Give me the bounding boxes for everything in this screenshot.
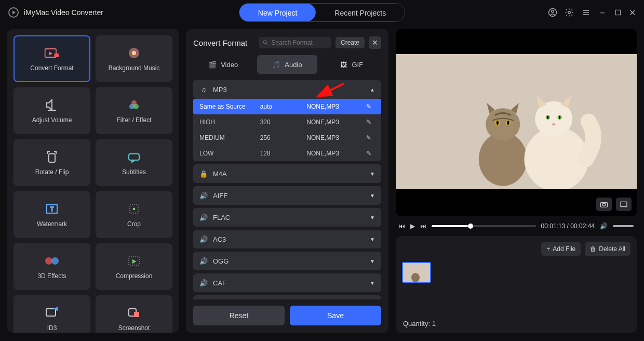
video-preview: [396, 29, 637, 216]
sidebar-item-label: Convert Format: [30, 64, 73, 72]
titlebar: iMyMac Video Converter New Project Recen…: [0, 0, 644, 25]
volume-icon[interactable]: 🔊: [600, 222, 608, 230]
video-file-icon: 🎬: [208, 60, 217, 69]
sidebar-item-3d-effects[interactable]: 3D Effects: [14, 243, 90, 290]
rotate-icon: [44, 150, 60, 164]
svg-point-23: [51, 257, 59, 265]
chevron-down-icon: ▼: [370, 171, 375, 177]
format-group-au[interactable]: 🔊AU▼: [193, 295, 381, 299]
next-button[interactable]: ⏭: [420, 222, 426, 230]
create-button[interactable]: Create: [336, 37, 365, 48]
app-logo-icon: [8, 7, 19, 18]
sidebar-item-label: Rotate / Flip: [35, 168, 69, 176]
app-title: iMyMac Video Converter: [24, 8, 103, 17]
convert-format-panel: Convert Format Create ✕ 🎬 Video 🎵 Audio …: [186, 29, 388, 333]
music-note-icon: ♫: [199, 85, 208, 94]
trash-icon: 🗑: [590, 245, 596, 253]
format-group-mp3[interactable]: ♫ MP3 ▲: [193, 80, 381, 99]
gear-icon[interactable]: [565, 8, 574, 17]
time-display: 00:01:13 / 00:02:44: [541, 222, 595, 230]
edit-preset-icon[interactable]: ✎: [363, 119, 375, 126]
sidebar-item-label: Watermark: [37, 220, 67, 228]
svg-point-45: [559, 116, 560, 119]
preset-row-medium[interactable]: MEDIUM 256 NONE,MP3 ✎: [193, 130, 381, 146]
svg-point-34: [479, 133, 527, 186]
format-group-ac3[interactable]: 🔊AC3▼: [193, 230, 381, 248]
sidebar-item-adjust-volume[interactable]: Adjust Volume: [14, 87, 90, 134]
new-project-tab[interactable]: New Project: [239, 4, 316, 21]
fullscreen-button[interactable]: [616, 198, 632, 211]
sidebar-item-id3[interactable]: ID3: [14, 295, 90, 333]
close-icon[interactable]: ✕: [629, 8, 636, 18]
volume-icon: [44, 98, 60, 112]
svg-rect-17: [129, 154, 139, 160]
sidebar-item-background-music[interactable]: Background Music: [96, 35, 172, 82]
titlebar-right-icons: － ✕: [548, 6, 636, 19]
audio-icon: 🔊: [199, 191, 208, 200]
delete-all-button[interactable]: 🗑Delete All: [585, 242, 630, 256]
sidebar-item-convert-format[interactable]: Convert Format: [14, 35, 90, 82]
maximize-icon[interactable]: [614, 9, 622, 16]
search-format-box[interactable]: [259, 37, 331, 48]
player-controls: ⏮ ▶ ⏭ 00:01:13 / 00:02:44 🔊: [396, 222, 637, 230]
panel-close-button[interactable]: ✕: [369, 36, 381, 49]
sidebar-item-filter-effect[interactable]: Filter / Effect: [96, 87, 172, 134]
format-group-aiff[interactable]: 🔊AIFF▼: [193, 186, 381, 205]
panel-title: Convert Format: [193, 38, 247, 47]
subtitles-icon: [126, 150, 142, 164]
video-frame: [396, 54, 637, 189]
reset-button[interactable]: Reset: [193, 306, 285, 325]
sidebar-item-crop[interactable]: Crop: [96, 191, 172, 238]
audio-icon: 🔊: [199, 213, 208, 221]
svg-rect-49: [621, 202, 627, 206]
svg-rect-16: [49, 154, 55, 162]
recent-projects-tab[interactable]: Recent Projects: [316, 4, 405, 21]
audio-icon: 🔊: [199, 257, 208, 265]
lock-icon: 🔒: [199, 169, 208, 178]
format-group-ogg[interactable]: 🔊OGG▼: [193, 252, 381, 270]
svg-rect-9: [54, 54, 59, 57]
sidebar-item-subtitles[interactable]: Subtitles: [96, 139, 172, 186]
plus-icon: +: [546, 245, 550, 253]
seek-bar[interactable]: [432, 225, 536, 227]
tab-audio[interactable]: 🎵 Audio: [257, 55, 317, 74]
filter-icon: [126, 98, 142, 112]
search-input[interactable]: [271, 39, 327, 46]
minimize-icon[interactable]: －: [598, 6, 607, 19]
svg-rect-6: [615, 10, 620, 15]
format-group-caf[interactable]: 🔊CAF▼: [193, 273, 381, 292]
preset-row-low[interactable]: LOW 128 NONE,MP3 ✎: [193, 146, 381, 161]
menu-icon[interactable]: [581, 8, 591, 17]
edit-preset-icon[interactable]: ✎: [363, 103, 375, 110]
svg-point-29: [263, 41, 266, 44]
volume-slider[interactable]: [613, 225, 634, 227]
save-button[interactable]: Save: [290, 306, 381, 325]
svg-point-1: [552, 10, 554, 13]
format-group-flac[interactable]: 🔊FLAC▼: [193, 208, 381, 227]
prev-button[interactable]: ⏮: [399, 222, 405, 230]
preset-row-same-as-source[interactable]: Same as Source auto NONE,MP3 ✎: [193, 99, 381, 114]
svg-point-15: [133, 104, 139, 109]
tab-video[interactable]: 🎬 Video: [193, 55, 253, 74]
add-file-button[interactable]: +Add File: [541, 242, 581, 256]
account-icon[interactable]: [548, 8, 557, 17]
audio-file-icon: 🎵: [272, 60, 280, 69]
sidebar-item-compression[interactable]: Compression: [96, 243, 172, 290]
edit-preset-icon[interactable]: ✎: [363, 150, 375, 157]
sidebar-item-screenshot[interactable]: Screenshot: [96, 295, 172, 333]
svg-rect-26: [46, 309, 56, 316]
format-group-m4a[interactable]: 🔒M4A▼: [193, 164, 381, 183]
chevron-down-icon: ▼: [370, 237, 375, 242]
sidebar-item-watermark[interactable]: T Watermark: [14, 191, 90, 238]
snapshot-button[interactable]: [596, 198, 612, 211]
queue-thumbnail[interactable]: [402, 262, 431, 283]
svg-point-46: [552, 123, 555, 125]
preset-row-high[interactable]: HIGH 320 NONE,MP3 ✎: [193, 114, 381, 130]
play-button[interactable]: ▶: [410, 222, 415, 230]
chevron-up-icon: ▲: [370, 87, 375, 93]
crop-icon: [126, 202, 142, 216]
tab-gif[interactable]: 🖼 GIF: [321, 55, 381, 74]
edit-preset-icon[interactable]: ✎: [363, 134, 375, 141]
sidebar-item-rotate-flip[interactable]: Rotate / Flip: [14, 139, 90, 186]
chevron-down-icon: ▼: [370, 193, 375, 199]
